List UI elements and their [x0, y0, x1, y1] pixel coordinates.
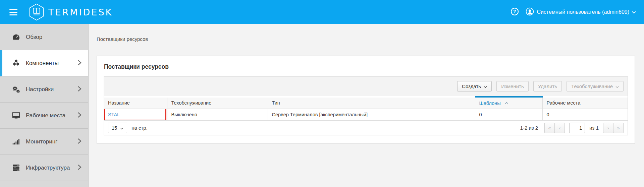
- prev-page-button[interactable]: ‹: [554, 123, 565, 133]
- dashboard-gauge-icon: [11, 33, 21, 42]
- resource-providers-table: Название Техобслуживание Тип Шаблоны Раб…: [104, 96, 628, 121]
- chevron-down-icon: [484, 83, 487, 89]
- help-icon[interactable]: ?: [511, 7, 519, 17]
- page-size-value: 15: [112, 125, 117, 131]
- pagination-bar: 15 на стр. 1-2 из 2 « ‹: [104, 121, 628, 135]
- main-content: Поставщики ресурсов Поставщики ресурсов …: [89, 24, 644, 187]
- delete-button[interactable]: Удалить: [533, 81, 562, 91]
- chevron-right-icon: [77, 60, 82, 67]
- sidebar-item-infrastructure[interactable]: Инфраструктура: [0, 155, 88, 181]
- maintenance-button[interactable]: Техобслуживание: [567, 81, 624, 91]
- sidebar-item-label: Инфраструктура: [26, 165, 70, 171]
- cubes-icon: [11, 59, 21, 68]
- sidebar-item-label: Обзор: [26, 34, 42, 41]
- maintenance-button-label: Техобслуживание: [571, 83, 613, 89]
- delete-button-label: Удалить: [538, 83, 557, 89]
- column-header-maintenance[interactable]: Техобслуживание: [167, 97, 268, 109]
- cell-name: STAL: [104, 109, 167, 121]
- breadcrumb: Поставщики ресурсов: [97, 36, 635, 42]
- header-right: ? Системный пользователь (admin609): [511, 7, 636, 17]
- sidebar-item-label: Мониторинг: [26, 138, 57, 145]
- shell: Обзор Компоненты: [0, 24, 644, 187]
- table-header-row: Название Техобслуживание Тип Шаблоны Раб…: [104, 97, 628, 109]
- range-label: 1-2 из 2: [520, 125, 538, 131]
- table-row: STAL Выключено Сервер Терминалов [экспер…: [104, 109, 628, 121]
- first-page-button[interactable]: «: [544, 123, 555, 133]
- column-header-workplaces[interactable]: Рабочие места: [542, 97, 628, 109]
- provider-link[interactable]: STAL: [108, 112, 120, 117]
- next-page-button[interactable]: ›: [603, 123, 613, 133]
- table-box: Создать Изменить Удалить Техобслу: [104, 76, 628, 135]
- column-header-templates-label: Шаблоны: [479, 101, 501, 106]
- sidebar-item-label: Настройки: [26, 86, 54, 93]
- sidebar: Обзор Компоненты: [0, 24, 89, 187]
- edit-button[interactable]: Изменить: [496, 81, 529, 91]
- sort-asc-icon: [505, 100, 508, 105]
- signal-bars-icon: [11, 137, 21, 146]
- server-stack-icon: [11, 164, 21, 172]
- app-root: TERMIDESK ? Системный пользователь (admi…: [0, 0, 644, 187]
- current-page-input[interactable]: [569, 123, 585, 133]
- sidebar-item-workplaces[interactable]: Рабочие места: [0, 103, 88, 129]
- user-menu[interactable]: Системный пользователь (admin609): [526, 7, 636, 17]
- chevron-right-icon: [77, 112, 82, 119]
- chevron-right-icon: [77, 86, 82, 93]
- sidebar-item-monitoring[interactable]: Мониторинг: [0, 129, 88, 155]
- resource-providers-panel: Поставщики ресурсов Создать Изменить: [97, 56, 635, 144]
- gears-icon: [11, 85, 21, 94]
- chevron-right-icon: [77, 164, 82, 172]
- toolbar: Создать Изменить Удалить Техобслу: [104, 77, 628, 96]
- sidebar-item-settings[interactable]: Настройки: [0, 76, 88, 103]
- brand-logo[interactable]: TERMIDESK: [29, 3, 113, 21]
- hamburger-menu-icon[interactable]: [9, 7, 17, 17]
- create-button-label: Создать: [462, 83, 481, 89]
- chevron-down-icon: [615, 83, 619, 89]
- pager-forward-group: › »: [603, 123, 624, 133]
- cell-type: Сервер Терминалов [экспериментальный]: [268, 109, 475, 121]
- brand-wordmark: TERMIDESK: [48, 7, 113, 17]
- last-page-button[interactable]: »: [613, 123, 624, 133]
- chevron-down-icon: [632, 9, 636, 15]
- per-page-label: на стр.: [131, 125, 148, 131]
- chevron-down-icon: [120, 125, 123, 131]
- column-header-templates[interactable]: Шаблоны: [475, 97, 542, 109]
- page-size-select[interactable]: 15: [108, 123, 127, 133]
- svg-text:?: ?: [514, 9, 517, 14]
- cell-maintenance: Выключено: [167, 109, 268, 121]
- pager-back-group: « ‹: [544, 123, 565, 133]
- panel-title: Поставщики ресурсов: [104, 63, 628, 70]
- column-header-type[interactable]: Тип: [268, 97, 475, 109]
- sidebar-item-overview[interactable]: Обзор: [0, 24, 88, 50]
- sidebar-item-components[interactable]: Компоненты: [0, 50, 88, 76]
- column-header-name[interactable]: Название: [104, 97, 167, 109]
- desktop-icon: [11, 111, 21, 120]
- chevron-right-icon: [77, 138, 82, 145]
- of-pages-label: из 1: [589, 125, 599, 131]
- pager-controls: 1-2 из 2 « ‹ из 1 › »: [520, 123, 624, 133]
- user-name-label: Системный пользователь (admin609): [537, 9, 629, 15]
- cell-templates: 0: [475, 109, 542, 121]
- cell-workplaces: 0: [542, 109, 628, 121]
- sidebar-item-label: Рабочие места: [26, 112, 65, 119]
- edit-button-label: Изменить: [501, 83, 524, 89]
- create-button[interactable]: Создать: [457, 81, 492, 91]
- top-header: TERMIDESK ? Системный пользователь (admi…: [0, 0, 644, 24]
- user-avatar-icon: [526, 7, 534, 17]
- sidebar-item-label: Компоненты: [26, 60, 59, 67]
- termidesk-hexagon-icon: [29, 3, 44, 21]
